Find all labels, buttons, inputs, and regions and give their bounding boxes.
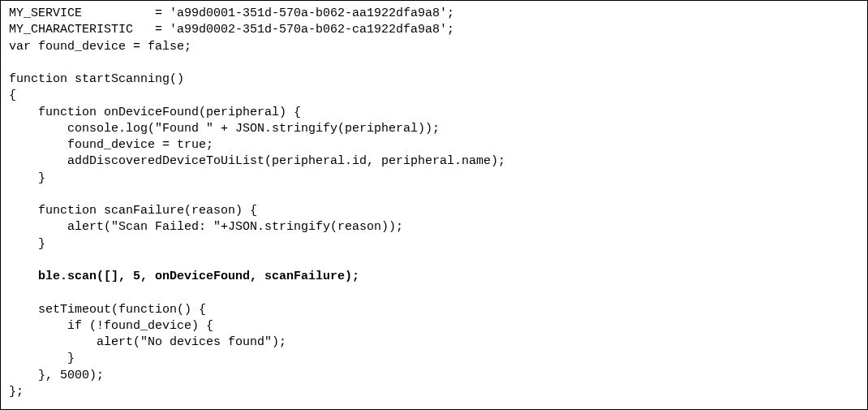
code-line: MY_CHARACTERISTIC = 'a99d0002-351d-570a-… [9, 23, 454, 37]
code-line: function scanFailure(reason) { [9, 204, 257, 218]
code-line: setTimeout(function() { [9, 303, 206, 317]
code-line: }, 5000); [9, 369, 104, 382]
code-line: } [9, 237, 45, 251]
code-line: { [9, 88, 16, 102]
code-line: function startScanning() [9, 72, 184, 86]
code-listing: MY_SERVICE = 'a99d0001-351d-570a-b062-aa… [0, 0, 868, 410]
code-line: function onDeviceFound(peripheral) { [9, 106, 301, 119]
code-line: alert("No devices found"); [9, 335, 286, 349]
code-line: addDiscoveredDeviceToUiList(peripheral.i… [9, 154, 505, 168]
code-line: MY_SERVICE = 'a99d0001-351d-570a-b062-aa… [9, 6, 454, 20]
code-line: }; [9, 385, 24, 399]
code-line: if (!found_device) { [9, 319, 213, 333]
code-line: found_device = true; [9, 138, 213, 152]
code-line: ble.scan([], 5, onDeviceFound, scanFailu… [9, 270, 359, 283]
code-line: } [9, 352, 75, 365]
code-line: var found_device = false; [9, 40, 191, 54]
code-line: alert("Scan Failed: "+JSON.stringify(rea… [9, 220, 403, 234]
code-line: console.log("Found " + JSON.stringify(pe… [9, 122, 440, 136]
code-line: } [9, 171, 45, 185]
